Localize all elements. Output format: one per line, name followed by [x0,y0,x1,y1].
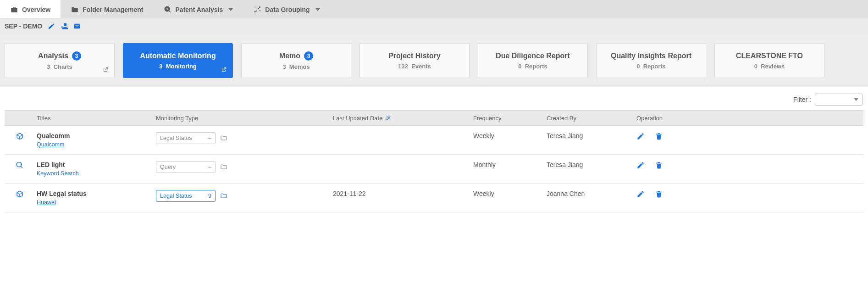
card-title: Due Diligence Report [496,52,570,60]
mail-icon[interactable] [73,22,81,30]
row-title: LED light [37,161,151,168]
briefcase-icon [10,6,18,14]
folder-tab-icon [71,6,79,14]
card-title: Automatic Monitoring [140,52,216,60]
monitoring-type-chip[interactable]: Legal Status9 [156,190,216,202]
add-user-icon[interactable] [61,22,68,30]
chevron-down-icon [228,8,233,11]
chip-count: – [208,164,211,170]
nav-tab-overview[interactable]: Overview [0,0,61,18]
nav-tab-patent[interactable]: Patent Analysis [154,1,243,18]
search-icon [16,161,24,169]
row-sublink[interactable]: Huawei [37,199,151,206]
table-row: LED lightKeyword SearchQuery–MonthlyTere… [5,155,863,184]
edit-icon[interactable] [636,161,645,169]
external-link-icon[interactable] [221,67,227,73]
filter-select[interactable] [815,94,862,106]
row-freq: Weekly [469,190,542,197]
th-type[interactable]: Monitoring Type [151,115,328,122]
row-date: 2021-11-22 [328,190,469,197]
monitoring-type-chip[interactable]: Query– [156,161,216,173]
external-link-icon[interactable] [102,67,109,73]
card-area: Analysis33 ChartsAutomatic Monitoring3 M… [0,34,868,87]
shuffle-icon [253,6,261,14]
card-subtitle: 0 Reports [636,63,666,70]
th-date[interactable]: Last Updated Date [328,115,469,122]
nav-tab-label: Overview [22,6,50,13]
card-analysis[interactable]: Analysis33 Charts [5,43,115,78]
card-history[interactable]: Project History132 Events [359,43,470,78]
nav-tab-group[interactable]: Data Grouping [243,1,330,18]
card-subtitle: 3 Monitoring [159,63,197,70]
card-subtitle: 132 Events [398,63,431,70]
row-title: Qualcomm [37,132,151,139]
table-row: HW Legal statusHuaweiLegal Status92021-1… [5,184,863,212]
chip-label: Legal Status [160,135,192,141]
folder-icon[interactable] [220,192,227,200]
chip-label: Legal Status [160,193,192,199]
trash-icon[interactable] [655,190,663,198]
edit-icon[interactable] [636,132,645,140]
nav-tab-label: Folder Management [83,6,143,13]
card-title: Analysis3 [38,51,81,61]
card-qi[interactable]: Quality Insights Report0 Reports [596,43,706,78]
card-title: Quality Insights Report [611,52,691,60]
chip-label: Query [160,164,176,170]
th-by[interactable]: Created By [542,115,632,122]
chevron-down-icon [315,8,320,11]
pencil-icon[interactable] [48,22,55,30]
nav-tabs: OverviewFolder ManagementPatent Analysis… [0,0,868,18]
table-row: QualcommQualcommLegal Status–WeeklyTeres… [5,126,863,155]
filter-label: Filter : [793,96,811,103]
chip-count: 9 [208,193,211,199]
card-subtitle: 3 Memos [282,63,310,70]
magnify-plus-icon [164,6,172,14]
card-title: Project History [388,52,441,60]
project-bar: SEP - DEMO [0,18,868,34]
monitoring-type-chip[interactable]: Legal Status– [156,132,216,144]
card-title: CLEARSTONE FTO [736,52,803,60]
card-row: Analysis33 ChartsAutomatic Monitoring3 M… [5,43,863,78]
row-freq: Monthly [469,161,542,168]
card-title: Memo3 [279,51,313,61]
card-fto[interactable]: CLEARSTONE FTO0 Reviews [714,43,824,78]
nav-tab-folder[interactable]: Folder Management [61,1,153,18]
cube-icon [16,132,24,140]
edit-icon[interactable] [636,190,645,198]
card-dd[interactable]: Due Diligence Report0 Reports [478,43,588,78]
project-name: SEP - DEMO [5,22,42,30]
card-monitoring[interactable]: Automatic Monitoring3 Monitoring [123,43,233,78]
row-by: Teresa Jiang [542,161,632,168]
th-titles[interactable]: Titles [32,115,151,122]
th-freq[interactable]: Frequency [469,115,542,122]
card-subtitle: 0 Reports [518,63,547,70]
row-sublink[interactable]: Keyword Search [37,170,151,177]
card-subtitle: 0 Reviews [754,63,785,70]
th-date-label: Last Updated Date [333,115,382,122]
trash-icon[interactable] [655,132,663,140]
trash-icon[interactable] [655,161,663,169]
row-freq: Weekly [469,132,542,139]
row-sublink[interactable]: Qualcomm [37,141,151,148]
table-body: QualcommQualcommLegal Status–WeeklyTeres… [5,126,863,212]
nav-tab-label: Data Grouping [265,6,310,13]
count-badge: 3 [72,51,81,61]
th-op: Operation [632,115,863,122]
monitoring-table: Titles Monitoring Type Last Updated Date… [5,110,863,212]
cube-icon [16,190,24,198]
sort-desc-icon [385,115,392,121]
filter-bar: Filter : [0,87,868,110]
table-header: Titles Monitoring Type Last Updated Date… [5,110,863,126]
folder-icon[interactable] [220,163,227,171]
chip-count: – [208,135,211,141]
count-badge: 3 [304,51,313,61]
folder-icon[interactable] [220,134,227,142]
row-title: HW Legal status [37,190,151,197]
card-memo[interactable]: Memo33 Memos [241,43,351,78]
card-subtitle: 3 Charts [47,63,72,70]
row-by: Teresa Jiang [542,132,632,139]
row-by: Joanna Chen [542,190,632,197]
nav-tab-label: Patent Analysis [176,6,223,13]
chevron-down-icon [854,98,858,101]
